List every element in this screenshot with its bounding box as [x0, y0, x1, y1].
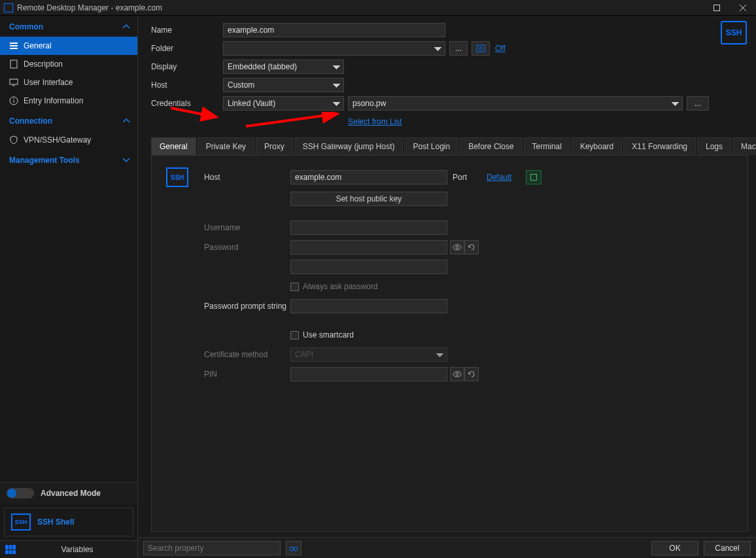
tab-general[interactable]: General: [151, 137, 196, 155]
advanced-mode-label: Advanced Mode: [41, 489, 101, 498]
host-label: Host: [151, 80, 223, 90]
tab-proxy[interactable]: Proxy: [256, 137, 293, 155]
entry-type-card[interactable]: SSH SSH Shell: [4, 508, 133, 536]
group-management[interactable]: Management Tools: [0, 149, 137, 170]
eye-icon: [453, 244, 462, 251]
tab-x11[interactable]: X11 Forwarding: [623, 137, 696, 155]
host-target-button[interactable]: [526, 170, 541, 184]
tab-ssh-gateway[interactable]: SSH Gateway (jump Host): [294, 137, 404, 155]
variables-label: Variables: [22, 545, 132, 554]
refresh-icon: [468, 370, 475, 378]
panel-host-input[interactable]: [290, 170, 447, 184]
doc-icon: [9, 60, 18, 69]
smartcard-label: Use smartcard: [303, 330, 354, 340]
nav-label: Description: [24, 60, 63, 69]
generate-pin-button[interactable]: [464, 367, 479, 381]
folder-select[interactable]: [223, 41, 445, 56]
cert-method-label: Certificate method: [204, 350, 290, 359]
credentials-link-select[interactable]: psono.pw: [348, 96, 683, 111]
sidebar-item-ui[interactable]: User Interface: [0, 73, 137, 92]
tab-macro[interactable]: Macro: [732, 137, 756, 155]
cancel-button[interactable]: Cancel: [704, 541, 751, 555]
target-icon: [530, 174, 537, 181]
tab-private-key[interactable]: Private Key: [198, 137, 254, 155]
credentials-browse-button[interactable]: ...: [687, 96, 709, 111]
restore-icon: [713, 5, 720, 11]
close-window-button[interactable]: [730, 0, 756, 16]
nav-label: General: [24, 41, 52, 50]
sidebar-item-description[interactable]: Description: [0, 55, 137, 73]
username-input[interactable]: [290, 220, 447, 235]
username-label: Username: [204, 223, 290, 232]
advanced-mode-toggle[interactable]: [7, 488, 34, 498]
folder-browse-button[interactable]: ...: [449, 41, 468, 56]
display-label: Display: [151, 62, 223, 71]
tab-keyboard[interactable]: Keyboard: [572, 137, 622, 155]
reveal-pin-button[interactable]: [450, 367, 464, 381]
set-host-key-button[interactable]: Set host public key: [290, 192, 447, 206]
ssh-shell-label: SSH Shell: [37, 517, 75, 527]
folder-picker-button[interactable]: [472, 41, 490, 56]
app-icon: [4, 3, 13, 12]
tab-terminal[interactable]: Terminal: [524, 137, 570, 155]
sidebar-item-vpn[interactable]: VPN/SSH/Gateway: [0, 131, 137, 149]
always-ask-label: Always ask password: [303, 282, 378, 291]
tab-logs[interactable]: Logs: [697, 137, 731, 155]
form-top: SSH Name Folder ...: [138, 16, 756, 135]
tabs: General Private Key Proxy SSH Gateway (j…: [151, 137, 748, 156]
svg-rect-14: [477, 45, 485, 52]
name-input[interactable]: [223, 23, 445, 37]
host-select[interactable]: Custom: [223, 78, 344, 92]
target-icon: [476, 44, 485, 52]
search-button[interactable]: [286, 541, 301, 555]
content: SSH Name Folder ...: [138, 16, 756, 558]
port-label: Port: [453, 173, 477, 182]
grid-icon: [5, 545, 16, 554]
entry-type-badge: SSH: [721, 21, 747, 44]
svg-point-21: [294, 547, 298, 551]
name-label: Name: [151, 26, 223, 35]
group-label: Common: [9, 22, 43, 31]
cert-method-select: CAPI: [290, 347, 447, 362]
group-connection[interactable]: Connection: [0, 110, 137, 131]
smartcard-checkbox[interactable]: [290, 331, 299, 340]
password-input[interactable]: [290, 240, 447, 254]
select-from-list-link[interactable]: Select from List: [348, 117, 402, 126]
reveal-password-button[interactable]: [450, 240, 464, 254]
tab-post-login[interactable]: Post Login: [404, 137, 458, 155]
chevron-up-icon: [123, 24, 129, 30]
svg-point-17: [456, 246, 458, 249]
port-default-link[interactable]: Default: [487, 173, 511, 182]
variables-bar[interactable]: Variables: [0, 540, 137, 558]
display-select[interactable]: Embedded (tabbed): [223, 60, 344, 74]
footer-bar: OK Cancel: [138, 537, 756, 558]
sidebar-item-entry-info[interactable]: Entry Information: [0, 92, 137, 110]
svg-point-11: [13, 98, 14, 99]
search-property-input[interactable]: [143, 541, 281, 555]
shield-icon: [9, 135, 18, 145]
titlebar: Remote Desktop Manager - example.com: [0, 0, 756, 16]
nav-label: User Interface: [24, 78, 73, 87]
credentials-select[interactable]: Linked (Vault): [223, 96, 344, 111]
group-common[interactable]: Common: [0, 16, 137, 37]
monitor-icon: [9, 78, 18, 87]
ssh-shell-icon: SSH: [11, 514, 31, 531]
restore-window-button[interactable]: [704, 0, 730, 16]
always-ask-checkbox[interactable]: [290, 283, 299, 291]
folder-off-link[interactable]: Off: [495, 44, 506, 53]
svg-point-15: [479, 47, 482, 50]
ok-button[interactable]: OK: [651, 541, 698, 555]
group-label: Connection: [9, 116, 52, 126]
sidebar-item-general[interactable]: General: [0, 37, 137, 55]
general-panel: SSH Host Port Default Set host public ke…: [151, 156, 748, 532]
sidebar: Common General Description User Interfac…: [0, 16, 138, 558]
advanced-mode-row: Advanced Mode: [0, 482, 137, 504]
prompt-label: Password prompt string: [204, 302, 290, 311]
tab-before-close[interactable]: Before Close: [460, 137, 522, 155]
generate-password-button[interactable]: [464, 240, 479, 254]
pin-input[interactable]: [290, 367, 447, 381]
prompt-input[interactable]: [290, 299, 447, 313]
password-confirm-input[interactable]: [290, 260, 447, 274]
nav-label: VPN/SSH/Gateway: [24, 135, 91, 145]
group-label: Management Tools: [9, 156, 80, 165]
